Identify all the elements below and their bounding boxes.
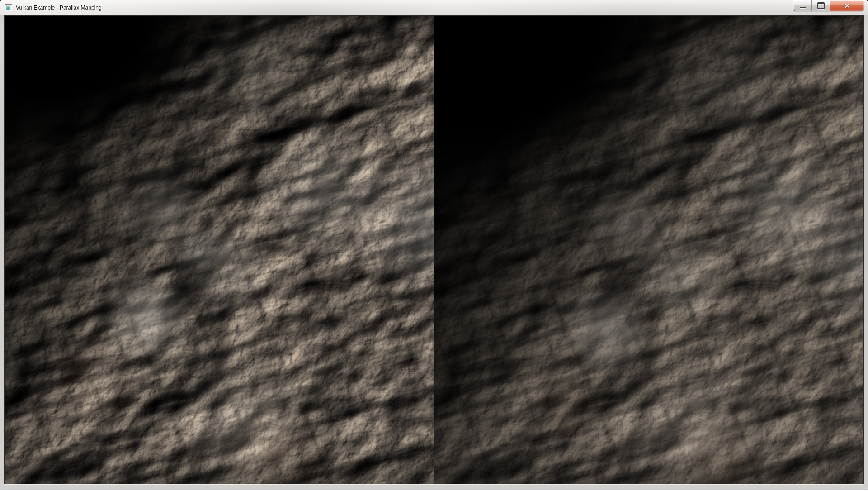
window-controls: ✕ — [793, 0, 864, 11]
render-view-left — [5, 16, 434, 484]
window-title: Vulkan Example - Parallax Mapping — [16, 5, 102, 11]
maximize-button[interactable] — [811, 0, 830, 11]
maximize-icon — [817, 2, 825, 9]
titlebar[interactable]: Vulkan Example - Parallax Mapping ✕ — [0, 0, 868, 15]
minimize-button[interactable] — [793, 0, 811, 11]
stone-wall-texture-right — [434, 16, 863, 484]
app-icon-glyph — [5, 4, 12, 11]
app-window: Vulkan Example - Parallax Mapping ✕ — [0, 0, 868, 490]
app-icon — [5, 4, 12, 11]
render-viewport[interactable] — [4, 15, 864, 484]
render-view-right — [434, 16, 863, 484]
minimize-icon — [800, 7, 806, 8]
close-icon: ✕ — [844, 2, 850, 9]
stone-wall-texture-left — [5, 16, 434, 484]
close-button[interactable]: ✕ — [830, 0, 864, 11]
